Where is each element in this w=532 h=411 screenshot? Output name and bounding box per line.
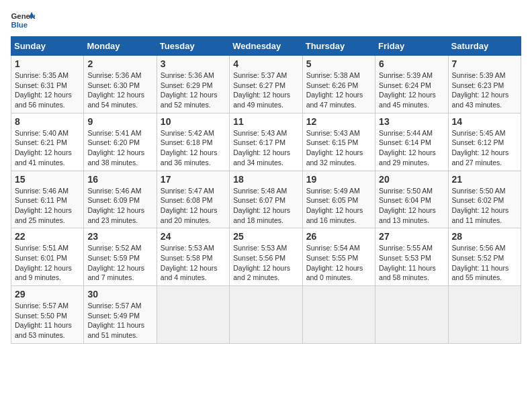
calendar-cell bbox=[375, 286, 448, 344]
day-info: Sunrise: 5:53 AMSunset: 5:58 PMDaylight:… bbox=[161, 243, 226, 283]
calendar-cell: 21Sunrise: 5:50 AMSunset: 6:02 PMDayligh… bbox=[448, 171, 521, 228]
calendar-cell: 24Sunrise: 5:53 AMSunset: 5:58 PMDayligh… bbox=[157, 228, 229, 286]
day-number: 20 bbox=[379, 174, 444, 185]
day-number: 15 bbox=[15, 174, 80, 185]
day-number: 8 bbox=[15, 116, 80, 127]
calendar-cell: 10Sunrise: 5:42 AMSunset: 6:18 PMDayligh… bbox=[157, 113, 229, 171]
calendar-cell bbox=[157, 286, 229, 344]
weekday-header: Wednesday bbox=[230, 37, 302, 56]
calendar-cell: 9Sunrise: 5:41 AMSunset: 6:20 PMDaylight… bbox=[84, 113, 157, 171]
day-info: Sunrise: 5:44 AMSunset: 6:14 PMDaylight:… bbox=[379, 128, 444, 168]
calendar-cell: 14Sunrise: 5:45 AMSunset: 6:12 PMDayligh… bbox=[448, 113, 521, 171]
calendar-cell bbox=[302, 286, 375, 344]
calendar-cell: 11Sunrise: 5:43 AMSunset: 6:17 PMDayligh… bbox=[230, 113, 302, 171]
day-info: Sunrise: 5:47 AMSunset: 6:08 PMDaylight:… bbox=[161, 186, 226, 226]
day-number: 29 bbox=[15, 289, 80, 300]
weekday-header: Sunday bbox=[11, 37, 84, 56]
day-info: Sunrise: 5:57 AMSunset: 5:49 PMDaylight:… bbox=[87, 301, 152, 340]
day-info: Sunrise: 5:38 AMSunset: 6:26 PMDaylight:… bbox=[306, 71, 371, 110]
calendar-cell: 17Sunrise: 5:47 AMSunset: 6:08 PMDayligh… bbox=[157, 171, 229, 228]
day-info: Sunrise: 5:49 AMSunset: 6:05 PMDaylight:… bbox=[306, 186, 371, 226]
day-info: Sunrise: 5:45 AMSunset: 6:12 PMDaylight:… bbox=[452, 128, 517, 168]
day-number: 5 bbox=[306, 58, 371, 69]
day-number: 2 bbox=[87, 58, 152, 69]
day-info: Sunrise: 5:43 AMSunset: 6:17 PMDaylight:… bbox=[233, 128, 298, 168]
calendar-cell: 16Sunrise: 5:46 AMSunset: 6:09 PMDayligh… bbox=[84, 171, 157, 228]
calendar-cell: 28Sunrise: 5:56 AMSunset: 5:52 PMDayligh… bbox=[448, 228, 521, 286]
weekday-header: Tuesday bbox=[157, 37, 229, 56]
day-number: 6 bbox=[379, 58, 444, 69]
day-number: 9 bbox=[87, 116, 152, 127]
day-info: Sunrise: 5:35 AMSunset: 6:31 PMDaylight:… bbox=[15, 71, 80, 110]
calendar-cell: 19Sunrise: 5:49 AMSunset: 6:05 PMDayligh… bbox=[302, 171, 375, 228]
day-number: 22 bbox=[15, 231, 80, 242]
day-number: 26 bbox=[306, 231, 371, 242]
day-number: 13 bbox=[379, 116, 444, 127]
svg-text:Blue: Blue bbox=[11, 21, 28, 29]
calendar-cell: 18Sunrise: 5:48 AMSunset: 6:07 PMDayligh… bbox=[230, 171, 302, 228]
day-number: 27 bbox=[379, 231, 444, 242]
weekday-header: Thursday bbox=[302, 37, 375, 56]
day-info: Sunrise: 5:53 AMSunset: 5:56 PMDaylight:… bbox=[233, 243, 298, 283]
calendar-week-row: 1Sunrise: 5:35 AMSunset: 6:31 PMDaylight… bbox=[11, 56, 521, 113]
day-number: 16 bbox=[87, 174, 152, 185]
day-number: 11 bbox=[233, 116, 298, 127]
day-number: 24 bbox=[161, 231, 226, 242]
day-number: 4 bbox=[233, 58, 298, 69]
calendar-header: SundayMondayTuesdayWednesdayThursdayFrid… bbox=[11, 37, 521, 56]
calendar-cell: 26Sunrise: 5:54 AMSunset: 5:55 PMDayligh… bbox=[302, 228, 375, 286]
day-info: Sunrise: 5:42 AMSunset: 6:18 PMDaylight:… bbox=[161, 128, 226, 168]
calendar-week-row: 8Sunrise: 5:40 AMSunset: 6:21 PMDaylight… bbox=[11, 113, 521, 171]
calendar-cell: 15Sunrise: 5:46 AMSunset: 6:11 PMDayligh… bbox=[11, 171, 84, 228]
weekday-header: Friday bbox=[375, 37, 448, 56]
day-number: 12 bbox=[306, 116, 371, 127]
day-info: Sunrise: 5:46 AMSunset: 6:09 PMDaylight:… bbox=[87, 186, 152, 226]
calendar-cell bbox=[230, 286, 302, 344]
calendar-cell: 12Sunrise: 5:43 AMSunset: 6:15 PMDayligh… bbox=[302, 113, 375, 171]
day-info: Sunrise: 5:50 AMSunset: 6:04 PMDaylight:… bbox=[379, 186, 444, 226]
calendar-cell: 27Sunrise: 5:55 AMSunset: 5:53 PMDayligh… bbox=[375, 228, 448, 286]
calendar-cell: 13Sunrise: 5:44 AMSunset: 6:14 PMDayligh… bbox=[375, 113, 448, 171]
day-info: Sunrise: 5:51 AMSunset: 6:01 PMDaylight:… bbox=[15, 243, 80, 283]
calendar-cell: 20Sunrise: 5:50 AMSunset: 6:04 PMDayligh… bbox=[375, 171, 448, 228]
calendar-week-row: 22Sunrise: 5:51 AMSunset: 6:01 PMDayligh… bbox=[11, 228, 521, 286]
calendar-body: 1Sunrise: 5:35 AMSunset: 6:31 PMDaylight… bbox=[11, 56, 521, 344]
day-number: 17 bbox=[161, 174, 226, 185]
day-info: Sunrise: 5:39 AMSunset: 6:24 PMDaylight:… bbox=[379, 71, 444, 110]
day-info: Sunrise: 5:50 AMSunset: 6:02 PMDaylight:… bbox=[452, 186, 517, 226]
day-info: Sunrise: 5:39 AMSunset: 6:23 PMDaylight:… bbox=[452, 71, 517, 110]
day-number: 7 bbox=[452, 58, 517, 69]
calendar-cell: 22Sunrise: 5:51 AMSunset: 6:01 PMDayligh… bbox=[11, 228, 84, 286]
day-number: 14 bbox=[452, 116, 517, 127]
calendar-week-row: 15Sunrise: 5:46 AMSunset: 6:11 PMDayligh… bbox=[11, 171, 521, 228]
calendar-cell: 3Sunrise: 5:36 AMSunset: 6:29 PMDaylight… bbox=[157, 56, 229, 113]
page-header: General Blue bbox=[11, 11, 521, 30]
day-info: Sunrise: 5:36 AMSunset: 6:30 PMDaylight:… bbox=[87, 71, 152, 110]
day-info: Sunrise: 5:46 AMSunset: 6:11 PMDaylight:… bbox=[15, 186, 80, 226]
weekday-header: Monday bbox=[84, 37, 157, 56]
calendar-cell: 30Sunrise: 5:57 AMSunset: 5:49 PMDayligh… bbox=[84, 286, 157, 344]
day-number: 21 bbox=[452, 174, 517, 185]
day-info: Sunrise: 5:43 AMSunset: 6:15 PMDaylight:… bbox=[306, 128, 371, 168]
day-number: 23 bbox=[87, 231, 152, 242]
calendar-cell: 23Sunrise: 5:52 AMSunset: 5:59 PMDayligh… bbox=[84, 228, 157, 286]
day-info: Sunrise: 5:36 AMSunset: 6:29 PMDaylight:… bbox=[161, 71, 226, 110]
calendar-cell: 5Sunrise: 5:38 AMSunset: 6:26 PMDaylight… bbox=[302, 56, 375, 113]
day-info: Sunrise: 5:55 AMSunset: 5:53 PMDaylight:… bbox=[379, 243, 444, 283]
day-number: 1 bbox=[15, 58, 80, 69]
day-number: 3 bbox=[161, 58, 226, 69]
day-number: 30 bbox=[87, 289, 152, 300]
day-info: Sunrise: 5:41 AMSunset: 6:20 PMDaylight:… bbox=[87, 128, 152, 168]
calendar-cell: 7Sunrise: 5:39 AMSunset: 6:23 PMDaylight… bbox=[448, 56, 521, 113]
calendar-cell: 29Sunrise: 5:57 AMSunset: 5:50 PMDayligh… bbox=[11, 286, 84, 344]
logo-icon: General Blue bbox=[11, 11, 35, 30]
day-info: Sunrise: 5:52 AMSunset: 5:59 PMDaylight:… bbox=[87, 243, 152, 283]
calendar-cell: 25Sunrise: 5:53 AMSunset: 5:56 PMDayligh… bbox=[230, 228, 302, 286]
calendar-cell bbox=[448, 286, 521, 344]
day-info: Sunrise: 5:56 AMSunset: 5:52 PMDaylight:… bbox=[452, 243, 517, 283]
day-info: Sunrise: 5:54 AMSunset: 5:55 PMDaylight:… bbox=[306, 243, 371, 283]
calendar-week-row: 29Sunrise: 5:57 AMSunset: 5:50 PMDayligh… bbox=[11, 286, 521, 344]
calendar-cell: 1Sunrise: 5:35 AMSunset: 6:31 PMDaylight… bbox=[11, 56, 84, 113]
day-number: 19 bbox=[306, 174, 371, 185]
day-number: 28 bbox=[452, 231, 517, 242]
